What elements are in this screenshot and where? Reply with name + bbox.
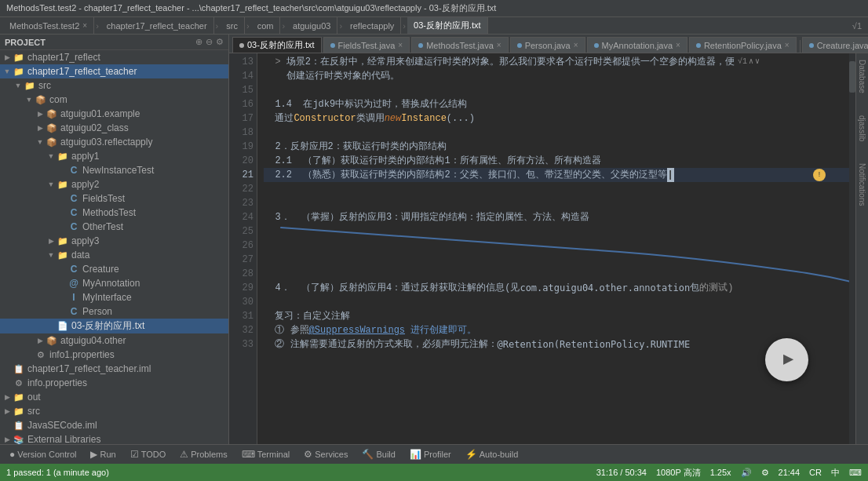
sidebar-item-apply3[interactable]: ▶ 📁 apply3 <box>0 234 228 248</box>
sidebar-item-newinstancetest[interactable]: C NewInstanceTest <box>0 163 228 177</box>
sidebar-item-info1[interactable]: ⚙ info1.properties <box>0 348 228 362</box>
sidebar-item-iml[interactable]: 📋 chapter17_reflect_teacher.iml <box>0 362 228 376</box>
scroll-track[interactable] <box>849 53 855 444</box>
autobuild-label: Auto-build <box>480 450 519 459</box>
sidebar-settings-icon[interactable]: ⚙ <box>216 37 224 47</box>
sidebar-item-03txt[interactable]: 📄 03-反射的应用.txt <box>0 319 228 333</box>
bottom-tab-build[interactable]: 🔨 Build <box>356 446 401 463</box>
sidebar-item-javasecode[interactable]: 📋 JavaSECode.iml <box>0 418 228 432</box>
file-tab-0[interactable]: 03-反射的应用.txt <box>232 37 322 53</box>
sidebar-item-apply2[interactable]: ▼ 📁 apply2 <box>0 177 228 191</box>
class-icon: C <box>67 206 80 219</box>
bc-label-0: MethodsTest.test2 <box>9 21 79 31</box>
code-editor[interactable]: 13 14 15 16 17 18 19 20 21 22 23 24 25 2… <box>229 53 868 444</box>
ln-32: 32 <box>232 323 253 337</box>
code-line-22 <box>264 182 849 196</box>
bc-label-1: chapter17_reflect_teacher <box>107 21 207 31</box>
play-bubble[interactable]: ▶ <box>765 338 808 381</box>
build-label: Build <box>376 450 395 459</box>
line-numbers: 13 14 15 16 17 18 19 20 21 22 23 24 25 2… <box>229 53 257 444</box>
sidebar-item-chapter17-reflect[interactable]: ▶ 📁 chapter17_reflect <box>0 50 228 64</box>
bottom-tab-problems[interactable]: ⚠ Problems <box>173 446 233 463</box>
code-line-13: > 场景2：在反射中，经常用来创建运行时类的对象。那么我们要求各个运行时类都提供… <box>264 55 849 69</box>
ln-21: 21 <box>232 168 253 182</box>
bc-label-3: com <box>257 21 274 31</box>
sidebar-item-com[interactable]: ▼ 📦 com <box>0 93 228 107</box>
tab-close-icon[interactable]: × <box>676 41 680 49</box>
bc-close-0[interactable]: × <box>82 21 87 30</box>
bottom-tab-todo[interactable]: ☑ TODO <box>124 446 173 463</box>
file-tab-5[interactable]: RetentionPolicy.java × <box>689 37 797 53</box>
breadcrumb-tab-0[interactable]: MethodsTest.test2 × <box>3 17 94 35</box>
file-tab-2[interactable]: MethodsTest.java × <box>411 37 508 53</box>
sidebar-item-myinterface[interactable]: I MyInterface <box>0 290 228 304</box>
file-tab-1[interactable]: FieldsTest.java × <box>323 37 410 53</box>
status-position[interactable]: 31:16 / 50:34 <box>596 468 647 477</box>
sidebar-item-othertest[interactable]: C OtherTest <box>0 220 228 234</box>
sidebar-item-methodstest[interactable]: C MethodsTest <box>0 206 228 220</box>
bc-label-2: src <box>226 21 238 31</box>
sidebar-item-src2[interactable]: ▶ 📁 src <box>0 404 228 418</box>
breadcrumb-tab-2[interactable]: src <box>220 17 245 35</box>
file-tab-3[interactable]: Person.java × <box>510 37 585 53</box>
folder-icon: 📁 <box>57 249 69 261</box>
sidebar-item-src[interactable]: ▼ 📁 src <box>0 78 228 93</box>
breadcrumb-tab-5[interactable]: reflectapply <box>344 17 401 35</box>
problems-icon: ⚠ <box>180 449 188 460</box>
breadcrumb-bar: MethodsTest.test2 × › chapter17_reflect_… <box>0 17 868 35</box>
sidebar-item-atguigu04[interactable]: ▶ 📦 atguigu04.other <box>0 333 228 348</box>
arrow-icon: ▼ <box>46 152 57 160</box>
status-zoom[interactable]: 1.25x <box>710 468 731 477</box>
sidebar-item-fieldstest[interactable]: C FieldsTest <box>0 191 228 206</box>
code-line-19: 2．反射应用2：获取运行时类的内部结构 <box>264 140 849 154</box>
code-content[interactable]: > 场景2：在反射中，经常用来创建运行时类的对象。那么我们要求各个运行时类都提供… <box>257 53 855 444</box>
bottom-tab-run[interactable]: ▶ Run <box>84 446 122 463</box>
tab-close-icon[interactable]: × <box>497 41 501 49</box>
sidebar-item-chapter17-reflect-teacher[interactable]: ▼ 📁 chapter17_reflect_teacher <box>0 64 228 78</box>
sidebar-collapse-icon[interactable]: ⊖ <box>206 37 213 47</box>
breadcrumb-tab-4[interactable]: atguigu03 <box>286 17 337 35</box>
breadcrumb-tab-6[interactable]: 03-反射的应用.txt <box>407 17 488 35</box>
scroll-thumb[interactable] <box>849 61 855 93</box>
tree-label: NewInstanceTest <box>82 165 154 176</box>
sidebar-item-atguigu02[interactable]: ▶ 📦 atguigu02_class <box>0 121 228 135</box>
ln-16: 16 <box>232 97 253 111</box>
file-tab-6[interactable]: Creature.java × <box>802 37 868 53</box>
sidebar-item-person[interactable]: C Person <box>0 304 228 319</box>
tab-close-icon[interactable]: × <box>785 41 790 49</box>
ln-24: 24 <box>232 210 253 224</box>
sidebar-item-myannotation[interactable]: @ MyAnnotation <box>0 276 228 290</box>
tree-label: chapter17_reflect_teacher <box>27 66 137 77</box>
main-layout: Project ⊕ ⊖ ⚙ ▶ 📁 chapter17_reflect ▼ 📁 … <box>0 35 868 444</box>
status-settings-icon[interactable]: ⚙ <box>761 468 769 478</box>
sidebar-expand-icon[interactable]: ⊕ <box>195 37 202 47</box>
file-tab-4[interactable]: MyAnnotation.java × <box>587 37 687 53</box>
sidebar-item-infoproperties[interactable]: ⚙ info.properties <box>0 376 228 390</box>
tab-close-icon[interactable]: × <box>574 41 578 49</box>
notifications-panel-label[interactable]: Notifications <box>858 160 866 209</box>
tab-dot <box>594 43 599 48</box>
sidebar-item-creature[interactable]: C Creature <box>0 262 228 276</box>
database-panel-label[interactable]: Database <box>858 56 866 97</box>
breadcrumb-tab-3[interactable]: com <box>251 17 281 35</box>
profiler-icon: 📊 <box>410 449 421 460</box>
status-ime[interactable]: 中 <box>831 467 840 479</box>
sidebar-item-out[interactable]: ▶ 📁 out <box>0 390 228 404</box>
sidebar-item-atguigu03[interactable]: ▼ 📦 atguigu03.reflectapply <box>0 135 228 149</box>
tab-close-icon[interactable]: × <box>398 41 403 49</box>
tree-label: src <box>38 80 51 91</box>
breadcrumb-tab-1[interactable]: chapter17_reflect_teacher <box>100 17 214 35</box>
sidebar-item-atguigu01[interactable]: ▶ 📦 atguigu01.example <box>0 107 228 121</box>
sidebar-item-data[interactable]: ▼ 📁 data <box>0 248 228 262</box>
bottom-tab-version-control[interactable]: ● Version Control <box>3 446 82 463</box>
sidebar-item-external-libs[interactable]: ▶ 📚 External Libraries <box>0 432 228 444</box>
sidebar-item-apply1[interactable]: ▼ 📁 apply1 <box>0 149 228 163</box>
bottom-tab-terminal[interactable]: ⌨ Terminal <box>235 446 297 463</box>
bottom-tab-services[interactable]: ⚙ Services <box>297 446 354 463</box>
bottom-tab-profiler[interactable]: 📊 Profiler <box>403 446 458 463</box>
annotation-dot[interactable]: ! <box>813 169 826 181</box>
annotation-icon: @ <box>67 277 80 290</box>
bottom-tab-autobuild[interactable]: ⚡ Auto-build <box>459 446 525 463</box>
status-encoding[interactable]: CR <box>809 468 822 477</box>
djasslib-panel-label[interactable]: djasslib <box>858 112 866 144</box>
